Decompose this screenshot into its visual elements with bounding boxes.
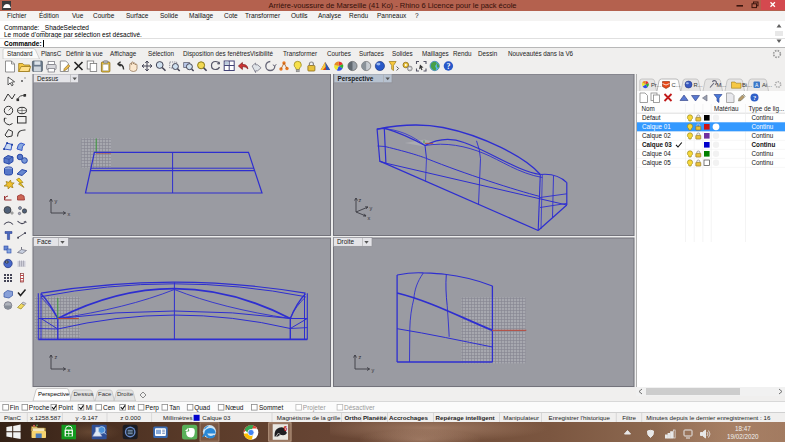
svg-text:Matériau: Matériau [714, 105, 739, 112]
svg-text:Dessus: Dessus [37, 75, 58, 82]
svg-text:z: z [359, 354, 362, 360]
svg-text:Pr...: Pr... [651, 82, 662, 88]
svg-text:C...: C... [672, 82, 681, 88]
svg-text:Nom: Nom [642, 105, 655, 112]
svg-text:?: ? [753, 94, 756, 101]
svg-text:Ai...: Ai... [762, 82, 772, 88]
svg-text:x: x [368, 215, 371, 221]
svg-text:Continu: Continu [752, 132, 774, 139]
svg-text:z: z [359, 197, 362, 203]
svg-text:Bi...: Bi... [742, 82, 752, 88]
svg-text:19/02/2020: 19/02/2020 [727, 433, 759, 440]
svg-text:Continu: Continu [752, 123, 774, 130]
svg-text:Droite: Droite [337, 238, 354, 245]
svg-text:x: x [68, 367, 71, 373]
svg-text:y: y [372, 367, 375, 373]
svg-text:Continu: Continu [752, 141, 776, 148]
svg-text:?: ? [446, 62, 450, 71]
svg-text:Type de lig...: Type de lig... [749, 105, 785, 113]
svg-text:y: y [55, 198, 58, 204]
svg-text:Calque 01: Calque 01 [642, 123, 671, 131]
svg-text:Continu: Continu [752, 150, 774, 157]
svg-text:Perspective: Perspective [338, 75, 374, 83]
svg-text:18:47: 18:47 [735, 425, 751, 432]
svg-text:Calque 04: Calque 04 [642, 150, 671, 158]
svg-text:M...: M... [717, 82, 727, 88]
svg-text:z: z [55, 354, 58, 360]
svg-text:R...: R... [694, 82, 703, 88]
svg-text:6: 6 [284, 425, 288, 432]
svg-text:Continu: Continu [752, 114, 774, 121]
svg-text:Calque 03: Calque 03 [642, 141, 672, 149]
svg-text:x: x [68, 211, 71, 217]
svg-text:Continu: Continu [752, 159, 774, 166]
svg-text:Face: Face [37, 238, 52, 245]
svg-text:Défaut: Défaut [642, 114, 661, 121]
svg-text:Calque 05: Calque 05 [642, 159, 671, 167]
svg-text:y: y [370, 205, 373, 211]
svg-text:Calque 02: Calque 02 [642, 132, 671, 140]
